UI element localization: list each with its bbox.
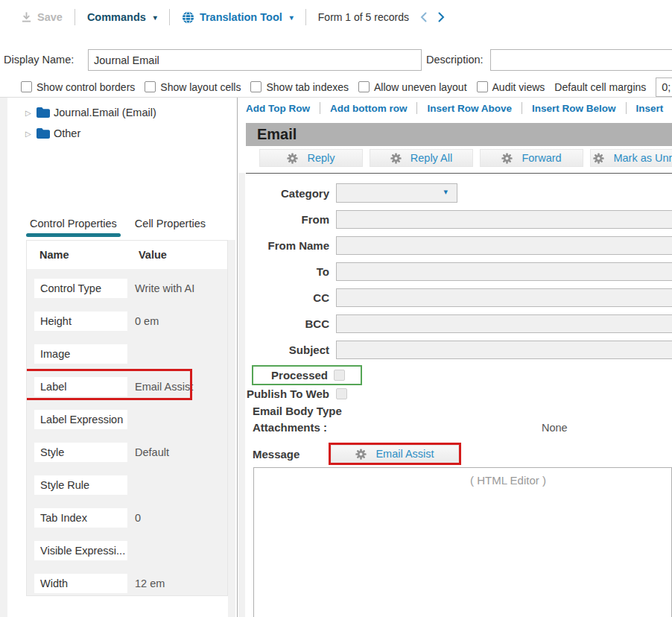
option-checkbox-item[interactable]: Show tab indexes xyxy=(250,81,349,93)
description-input[interactable] xyxy=(490,49,672,71)
field-input[interactable] xyxy=(336,210,672,229)
translation-tool-button[interactable]: Translation Tool ▾ xyxy=(182,11,294,24)
folder-icon xyxy=(37,107,50,118)
form-field-row: From Name xyxy=(246,236,672,255)
commands-menu-button[interactable]: Commands ▾ xyxy=(87,11,157,23)
property-row[interactable]: Visible Expressi... xyxy=(34,541,227,560)
processed-label: Processed xyxy=(253,369,328,382)
toolbar: Save Commands ▾ Translation Tool ▾ Form … xyxy=(0,0,672,34)
property-row[interactable]: Image xyxy=(34,344,227,364)
checkbox-icon[interactable] xyxy=(358,81,370,92)
option-checkbox-item[interactable]: Show control borders xyxy=(21,81,135,93)
record-count-label: Form 1 of 5 records xyxy=(318,11,409,23)
option-checkbox-item[interactable]: Show layout cells xyxy=(145,81,241,93)
processed-checkbox[interactable] xyxy=(334,370,345,381)
chevron-down-icon: ▾ xyxy=(153,13,157,22)
chevron-down-icon: ▾ xyxy=(443,187,448,197)
property-row[interactable]: Style Rule xyxy=(34,475,227,495)
property-row[interactable]: Width12 em xyxy=(34,574,227,593)
email-assist-button[interactable]: Email Assist xyxy=(331,445,459,463)
value-column-header: Value xyxy=(139,249,167,261)
email-action-button[interactable]: Reply xyxy=(259,149,363,167)
property-value-cell[interactable]: 12 em xyxy=(135,578,165,589)
display-name-input[interactable] xyxy=(88,49,422,71)
option-checkbox-item[interactable]: Allow uneven layout xyxy=(358,81,467,93)
property-row[interactable]: Control TypeWrite with AI xyxy=(34,279,227,298)
section-title: Email xyxy=(257,126,297,143)
checkbox-icon[interactable] xyxy=(250,81,261,92)
left-scrollbar-track[interactable] xyxy=(0,98,7,617)
form-field-row: BCC xyxy=(246,314,672,333)
email-action-button[interactable]: Reply All xyxy=(370,149,473,167)
save-button[interactable]: Save xyxy=(21,11,63,23)
form-field-row: To xyxy=(246,262,672,281)
properties-scrollbar-track[interactable] xyxy=(228,240,235,617)
property-row[interactable]: Tab Index0 xyxy=(34,508,227,528)
link-separator xyxy=(522,102,522,114)
row-action-link[interactable]: Add bottom row xyxy=(330,103,407,114)
tree-expand-icon[interactable]: ▷ xyxy=(25,130,33,138)
message-label: Message xyxy=(253,448,299,461)
property-name-cell: Style Rule xyxy=(34,475,127,495)
form-header-bar: Display Name: Description: xyxy=(0,49,672,72)
field-input[interactable] xyxy=(336,314,672,333)
property-name-cell: Control Type xyxy=(34,279,127,298)
checkbox-icon[interactable] xyxy=(145,81,156,92)
checkbox-icon[interactable] xyxy=(477,81,488,92)
property-row[interactable]: LabelEmail Assist xyxy=(34,377,227,396)
email-action-buttons: ReplyReply AllForwardMark as Unread xyxy=(259,149,672,167)
publish-to-web-checkbox[interactable] xyxy=(336,388,347,399)
default-cell-margins-input[interactable] xyxy=(656,77,672,97)
row-action-link[interactable]: Add Top Row xyxy=(246,103,310,114)
previous-record-button[interactable] xyxy=(420,12,427,22)
tree-node-label: Journal.Email (Email) xyxy=(54,107,156,118)
email-action-label: Mark as Unread xyxy=(613,152,672,164)
property-name-cell: Visible Expressi... xyxy=(34,541,127,560)
field-input[interactable] xyxy=(336,341,672,359)
property-value-cell[interactable]: Default xyxy=(135,446,169,458)
email-assist-label: Email Assist xyxy=(375,448,434,460)
properties-grid-header: Name Value xyxy=(27,241,227,269)
toolbar-separator xyxy=(169,9,170,25)
email-section-header: Email xyxy=(246,123,672,146)
message-html-editor[interactable]: ( HTML Editor ) xyxy=(253,467,672,617)
row-action-link[interactable]: Insert Row Below xyxy=(532,103,616,114)
property-row[interactable]: Height0 em xyxy=(34,311,227,331)
tab-control-properties[interactable]: Control Properties xyxy=(30,218,117,238)
row-action-link[interactable]: Insert xyxy=(636,103,664,114)
property-value-cell[interactable]: 0 xyxy=(135,512,141,524)
email-action-button[interactable]: Forward xyxy=(480,149,583,167)
save-download-icon xyxy=(21,11,32,23)
commands-label: Commands xyxy=(87,11,146,23)
folder-icon xyxy=(37,128,50,139)
tree-node-label: Other xyxy=(54,127,80,139)
property-row[interactable]: StyleDefault xyxy=(34,443,227,462)
field-input[interactable] xyxy=(336,288,672,307)
checkbox-icon[interactable] xyxy=(21,81,32,92)
tree-expand-icon[interactable]: ▷ xyxy=(25,109,33,117)
property-value-cell[interactable]: Write with AI xyxy=(135,282,194,294)
row-action-link[interactable]: Insert Row Above xyxy=(427,103,512,114)
property-value-cell[interactable]: 0 em xyxy=(135,315,159,327)
property-value-cell[interactable]: Email Assist xyxy=(135,381,193,393)
chevron-down-icon: ▾ xyxy=(290,13,294,22)
option-label: Allow uneven layout xyxy=(374,81,467,93)
property-name-cell: Tab Index xyxy=(34,508,127,528)
row-action-links: Add Top RowAdd bottom rowInsert Row Abov… xyxy=(246,101,663,115)
option-checkbox-item[interactable]: Audit views xyxy=(477,81,545,93)
category-label: Category xyxy=(246,187,329,200)
field-input[interactable] xyxy=(336,262,672,281)
category-dropdown[interactable]: ▾ xyxy=(336,183,457,203)
display-name-label: Display Name: xyxy=(4,54,74,66)
tree-node[interactable]: ▷Journal.Email (Email) xyxy=(25,102,156,123)
property-row[interactable]: Label Expression xyxy=(34,410,227,429)
gear-icon xyxy=(390,153,402,164)
option-label: Show layout cells xyxy=(160,81,241,93)
tab-cell-properties[interactable]: Cell Properties xyxy=(135,218,206,238)
property-name-cell: Label Expression xyxy=(34,410,127,429)
email-action-button[interactable]: Mark as Unread xyxy=(590,149,672,167)
tree-node[interactable]: ▷Other xyxy=(25,123,156,144)
field-input[interactable] xyxy=(336,236,672,255)
next-record-button[interactable] xyxy=(438,12,445,22)
option-label: Audit views xyxy=(492,81,545,93)
